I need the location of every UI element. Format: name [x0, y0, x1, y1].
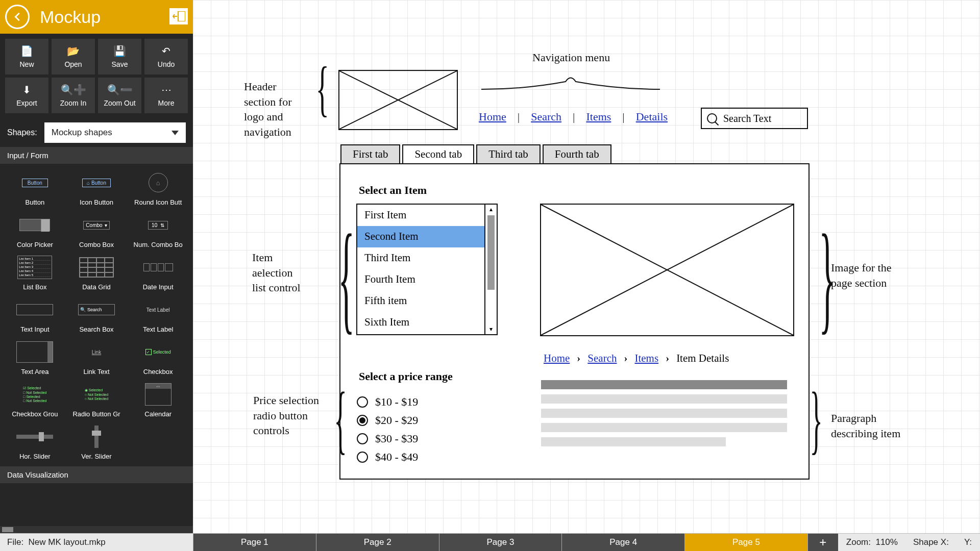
shapes-dropdown[interactable]: Mockup shapes [44, 122, 186, 143]
item-listbox[interactable]: First Item Second Item Third Item Fourth… [356, 204, 498, 335]
radio-option[interactable]: $10 - $19 [357, 395, 418, 409]
svg-rect-0 [178, 11, 185, 21]
breadcrumb: Home› Search› Items› Item Details [544, 352, 729, 365]
canvas[interactable]: Header section for logo and navigation {… [193, 0, 980, 533]
open-button[interactable]: 📂Open [52, 39, 95, 74]
price-radio-group: $10 - $19 $20 - $29 $30 - $39 $40 - $49 [357, 395, 418, 464]
shape-calendar[interactable]: ‹ ›Calendar [128, 380, 188, 420]
tab-third[interactable]: Third tab [476, 144, 541, 163]
search-box[interactable]: Search Text [701, 108, 808, 129]
list-item[interactable]: Fourth Item [357, 269, 484, 290]
shape-data-grid[interactable]: Data Grid [67, 253, 127, 293]
back-button[interactable] [5, 5, 30, 29]
page-tab-4[interactable]: Page 4 [561, 534, 684, 551]
search-placeholder: Search Text [723, 113, 771, 124]
breadcrumb-home[interactable]: Home [544, 352, 570, 365]
zoom-out-button[interactable]: 🔍➖Zoom Out [98, 78, 141, 113]
shape-round-icon-button[interactable]: ⌂Round Icon Butt [128, 168, 188, 208]
tab-fourth[interactable]: Fourth tab [543, 144, 611, 163]
shapes-label: Shapes: [7, 128, 37, 137]
nav-search[interactable]: Search [531, 110, 561, 123]
open-icon: 📂 [67, 45, 80, 57]
shape-y-status: Y: [964, 537, 972, 547]
breadcrumb-items[interactable]: Items [634, 352, 658, 365]
shape-checkbox[interactable]: SelectedCheckbox [128, 337, 188, 378]
shape-combo-box[interactable]: Combo▾Combo Box [67, 210, 127, 251]
zoom-out-icon: 🔍➖ [107, 84, 133, 96]
shape-hor-slider[interactable]: Hor. Slider [5, 422, 65, 462]
listbox-scrollbar[interactable]: ▴▾ [484, 205, 497, 334]
shape-num-combo[interactable]: 10⇅Num. Combo Bo [128, 210, 188, 251]
breadcrumb-search[interactable]: Search [587, 352, 617, 365]
shape-link-text[interactable]: LinkLink Text [67, 337, 127, 378]
shape-ver-slider[interactable]: Ver. Slider [67, 422, 127, 462]
brace-icon: { [334, 375, 347, 463]
list-item[interactable]: Third Item [357, 247, 484, 269]
paragraph-placeholder [541, 380, 787, 446]
new-button[interactable]: 📄New [5, 39, 48, 74]
image-placeholder[interactable] [540, 204, 794, 336]
page-tab-2[interactable]: Page 2 [316, 534, 439, 551]
page-tab-3[interactable]: Page 3 [439, 534, 562, 551]
collapse-panel-button[interactable] [169, 8, 188, 24]
nav-items[interactable]: Items [586, 110, 611, 123]
breadcrumb-current: Item Details [676, 352, 729, 365]
logo-placeholder[interactable] [338, 70, 458, 130]
list-item[interactable]: Second Item [357, 226, 484, 247]
zoom-status: Zoom: 110% [846, 537, 898, 547]
navmenu-annotation: Navigation menu [532, 50, 610, 65]
shape-text-label[interactable]: Text LabelText Label [128, 295, 188, 335]
shape-search-box[interactable]: 🔍 SearchSearch Box [67, 295, 127, 335]
paragraph-annotation: Paragraph describing item [831, 411, 913, 441]
export-icon: ⬇ [22, 84, 31, 96]
radio-option[interactable]: $40 - $49 [357, 450, 418, 464]
shape-icon-button[interactable]: ⌂ ButtonIcon Button [67, 168, 127, 208]
shape-list-box[interactable]: List Item 1List Item 2List Item 3List It… [5, 253, 65, 293]
save-icon: 💾 [113, 45, 126, 57]
more-button[interactable]: ⋯More [144, 78, 188, 113]
list-item[interactable]: First Item [357, 205, 484, 226]
add-page-button[interactable]: + [807, 534, 838, 551]
radio-option[interactable]: $20 - $29 [357, 414, 418, 427]
shape-button[interactable]: ButtonButton [5, 168, 65, 208]
brace-icon: } [810, 375, 822, 463]
page-tab-5[interactable]: Page 5 [684, 534, 807, 551]
brace-icon: { [316, 54, 329, 124]
page-tab-1[interactable]: Page 1 [193, 534, 316, 551]
shape-checkbox-group[interactable]: SelectedNot SelectedSelectedNot Selected… [5, 380, 65, 420]
section-input-form: Input / Form [0, 147, 193, 164]
header-annotation: Header section for logo and navigation [244, 79, 305, 140]
brace-icon: { [338, 207, 354, 347]
price-title: Select a price range [359, 370, 453, 383]
shape-date-input[interactable]: Date Input [128, 253, 188, 293]
sidebar: 📄New 📂Open 💾Save ↶Undo ⬇Export 🔍➕Zoom In… [0, 34, 193, 533]
nav-details[interactable]: Details [636, 110, 668, 123]
file-info: File: New MK layout.mkp [0, 534, 193, 551]
tab-second[interactable]: Second tab [402, 144, 474, 163]
zoom-in-button[interactable]: 🔍➕Zoom In [52, 78, 95, 113]
shape-palette: ButtonButton ⌂ ButtonIcon Button ⌂Round … [0, 164, 193, 466]
sidebar-scrollbar[interactable] [0, 526, 193, 533]
undo-button[interactable]: ↶Undo [144, 39, 188, 74]
nav-home[interactable]: Home [479, 110, 506, 123]
more-icon: ⋯ [161, 84, 172, 96]
list-annotation: Item aelection list control [252, 250, 306, 295]
select-item-title: Select an Item [359, 184, 427, 197]
list-item[interactable]: Sixth Item [357, 312, 484, 333]
shape-color-picker[interactable]: Color Picker [5, 210, 65, 251]
tab-first[interactable]: First tab [340, 144, 400, 163]
export-button[interactable]: ⬇Export [5, 78, 48, 113]
radio-option[interactable]: $30 - $39 [357, 432, 418, 445]
shape-x-status: Shape X: [913, 537, 949, 547]
list-item[interactable]: Fifth item [357, 290, 484, 312]
app-header: Mockup [0, 0, 193, 34]
zoom-in-icon: 🔍➕ [61, 84, 86, 96]
save-button[interactable]: 💾Save [98, 39, 141, 74]
image-annotation: Image for the page section [831, 260, 908, 290]
shape-radio-group[interactable]: SelectedNot SelectedNot SelectedRadio Bu… [67, 380, 127, 420]
shape-text-area[interactable]: Text Area [5, 337, 65, 378]
price-annotation: Price selection radio button controls [253, 393, 322, 438]
section-data-viz: Data Visualization [0, 466, 193, 483]
search-icon [707, 113, 717, 123]
shape-text-input[interactable]: Text Input [5, 295, 65, 335]
